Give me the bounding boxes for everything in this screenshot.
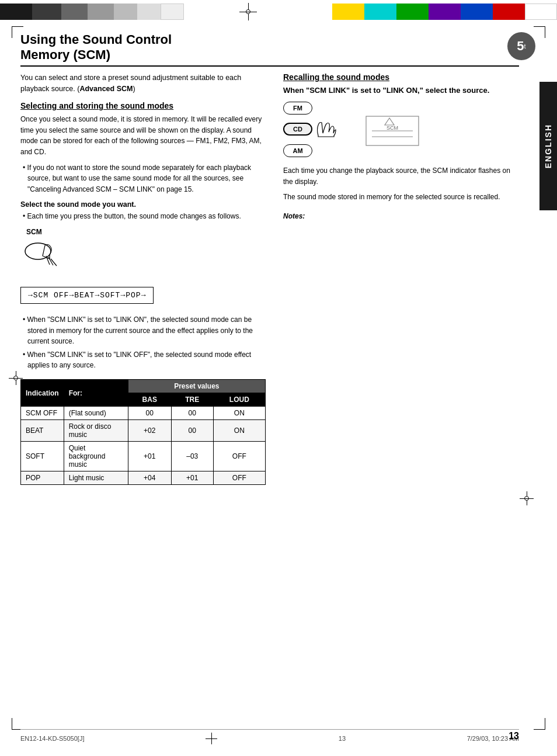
table-header-loud: LOUD — [213, 393, 265, 407]
hand-pointer-icon — [314, 119, 337, 140]
corner-mark-bottom-left — [12, 718, 23, 730]
source-buttons-container: FM CD AM — [283, 102, 337, 157]
color-blocks-left — [0, 0, 222, 23]
corner-mark-bottom-right — [534, 718, 545, 730]
page-number: 13 — [509, 731, 519, 741]
table-header-indication: Indication — [21, 380, 64, 407]
scm-label: SCM — [26, 228, 42, 236]
top-crosshair — [222, 0, 274, 23]
table-row: SOFT Quiet background music +01 –03 OFF — [21, 442, 266, 471]
table-cell-bas: +04 — [128, 471, 171, 485]
color-block-white3 — [525, 4, 557, 20]
table-header-tre: TRE — [171, 393, 213, 407]
fm-button-row: FM — [283, 102, 337, 115]
svg-text:SCM: SCM — [387, 125, 398, 131]
top-color-bar — [0, 0, 557, 23]
color-block-black2 — [32, 4, 61, 20]
table-cell-bas: +02 — [128, 420, 171, 442]
intro-paragraph: You can select and store a preset sound … — [20, 72, 266, 95]
color-block-gray1 — [61, 4, 88, 20]
bullet4: When "SCM LINK" is set to "LINK OFF", th… — [20, 349, 266, 371]
page-title: Using the Sound Control Memory (SCM) — [20, 32, 519, 67]
table-row: BEAT Rock or disco music +02 00 ON — [21, 420, 266, 442]
svg-line-1 — [46, 256, 50, 265]
table-cell-tre: 00 — [171, 420, 213, 442]
bullet3: When "SCM LINK" is set to "LINK ON", the… — [20, 314, 266, 347]
table-cell-bas: +01 — [128, 442, 171, 471]
right-crosshair — [520, 491, 534, 505]
am-button-row: AM — [283, 144, 337, 157]
cd-button: CD — [283, 123, 312, 136]
crosshair-symbol — [239, 3, 257, 20]
language-sidebar: ENGLISH — [539, 82, 557, 210]
right-column: Recalling the sound modes When "SCM LINK… — [283, 72, 519, 485]
preset-table: Indication For: Preset values BAS TRE LO… — [20, 379, 266, 485]
bullet2: Each time you press the button, the soun… — [20, 211, 266, 222]
cd-button-row: CD — [283, 119, 337, 140]
table-cell-indication: BEAT — [21, 420, 64, 442]
color-block-gray3 — [114, 4, 137, 20]
language-label: ENGLISH — [544, 124, 553, 168]
color-blocks-right — [274, 0, 557, 23]
table-cell-for: Rock or disco music — [64, 420, 128, 442]
color-block-blue — [461, 4, 493, 20]
content-columns: You can select and store a preset sound … — [20, 72, 519, 485]
fm-button: FM — [283, 102, 312, 115]
footer-center-text: 13 — [339, 735, 346, 742]
scm-button-svg — [20, 238, 73, 276]
table-cell-tre: +01 — [171, 471, 213, 485]
table-cell-bas: 00 — [128, 407, 171, 420]
table-cell-loud: OFF — [213, 442, 265, 471]
footer-left-text: EN12-14-KD-S5050[J] — [20, 735, 84, 742]
table-cell-for: Quiet background music — [64, 442, 128, 471]
color-block-black1 — [0, 4, 32, 20]
display-unit-container: SCM — [360, 107, 424, 150]
bullet1: If you do not want to store the sound mo… — [20, 162, 266, 195]
table-cell-indication: SOFT — [21, 442, 64, 471]
display-unit-svg: SCM — [360, 107, 424, 148]
table-header-bas: BAS — [128, 393, 171, 407]
color-block-purple — [429, 4, 461, 20]
table-cell-indication: POP — [21, 471, 64, 485]
color-block-cyan — [364, 4, 396, 20]
svg-marker-5 — [385, 118, 394, 125]
crosshair-circle-right — [524, 496, 529, 501]
table-cell-for: Light music — [64, 471, 128, 485]
table-row: POP Light music +04 +01 OFF — [21, 471, 266, 485]
crosshair-circle-left — [13, 376, 18, 380]
left-column: You can select and store a preset sound … — [20, 72, 266, 485]
sub-heading1: Select the sound mode you want. — [20, 200, 266, 209]
crosshair-circle — [246, 9, 250, 14]
notes-label: Notes: — [283, 212, 519, 220]
scm-diagram: SCM — [20, 228, 266, 276]
recall-body1: Each time you change the playback source… — [283, 165, 519, 187]
source-diagram: FM CD AM — [283, 102, 519, 157]
table-header-for: For: — [64, 380, 128, 407]
table-cell-loud: ON — [213, 407, 265, 420]
color-block-white1 — [137, 4, 161, 20]
table-row: SCM OFF (Flat sound) 00 00 ON — [21, 407, 266, 420]
recall-subhead: When "SCM LINK" is set to "LINK ON," sel… — [283, 85, 519, 96]
footer-crosshair — [206, 733, 217, 744]
crosshair-mark-right — [520, 491, 534, 505]
color-block-white2 — [161, 4, 184, 20]
table-cell-tre: –03 — [171, 442, 213, 471]
main-content: Using the Sound Control Memory (SCM) You… — [20, 32, 519, 718]
recall-body2: The sound mode stored in memory for the … — [283, 192, 519, 203]
section1-heading: Selecting and storing the sound modes — [20, 101, 266, 110]
recall-heading: Recalling the sound modes — [283, 72, 519, 82]
chapter-superscript: t — [524, 43, 526, 50]
footer: EN12-14-KD-S5050[J] 13 7/29/03, 10:23 AM — [20, 729, 519, 744]
table-cell-for: (Flat sound) — [64, 407, 128, 420]
table-cell-loud: ON — [213, 420, 265, 442]
color-block-green — [396, 4, 429, 20]
table-cell-indication: SCM OFF — [21, 407, 64, 420]
color-block-red — [493, 4, 525, 20]
section1-body: Once you select a sound mode, it is stor… — [20, 114, 266, 157]
table-cell-loud: OFF — [213, 471, 265, 485]
scm-flow: →SCM OFF→BEAT→SOFT→POP→ — [20, 287, 154, 304]
am-button: AM — [283, 144, 312, 157]
color-block-gray2 — [88, 4, 114, 20]
table-header-preset: Preset values — [128, 380, 265, 393]
table-cell-tre: 00 — [171, 407, 213, 420]
